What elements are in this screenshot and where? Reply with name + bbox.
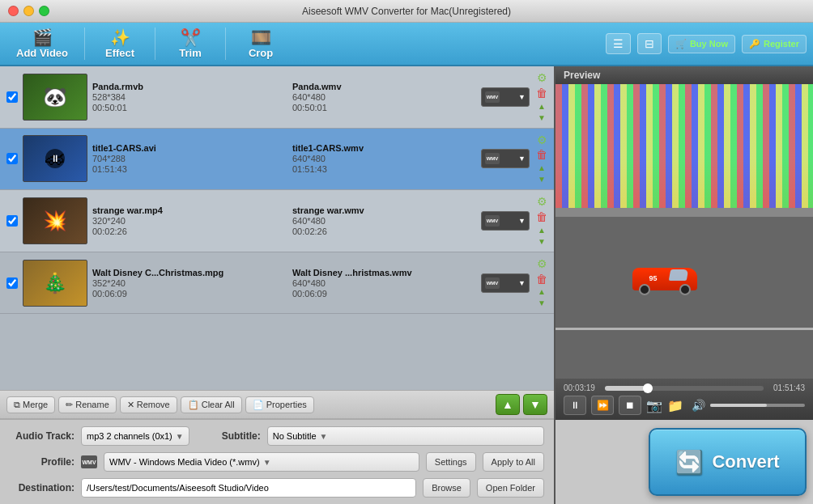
move-up-button[interactable]: ▲ <box>496 394 520 415</box>
back-wheel <box>639 284 650 295</box>
move-down-button[interactable]: ▼ <box>523 394 547 415</box>
output-res: 640*480 <box>292 154 476 163</box>
stands <box>555 84 813 208</box>
volume-slider[interactable] <box>710 404 805 407</box>
wmv-icon: WMV <box>485 215 500 227</box>
destination-input[interactable]: /Users/test/Documents/Aiseesoft Studio/V… <box>81 478 416 498</box>
format-dropdown[interactable]: WMV ▼ <box>481 211 530 231</box>
file-item[interactable]: 🐼 Panda.rmvb Panda.wmv 528*384 640*480 0… <box>0 66 554 129</box>
arrow-up-icon[interactable]: ▲ <box>538 102 546 112</box>
add-video-icon: 🎬 <box>32 29 53 45</box>
wmv-icon: WMV <box>485 153 500 164</box>
chevron-down-icon: ▼ <box>263 458 271 467</box>
rename-button[interactable]: ✏ Rename <box>58 396 117 413</box>
minimize-button[interactable] <box>23 6 34 16</box>
buy-now-button[interactable]: 🛒 Buy Now <box>668 35 735 53</box>
dropdown-arrow-icon: ▼ <box>518 279 526 287</box>
file-checkbox[interactable] <box>6 153 18 164</box>
settings-icon[interactable]: ⚙ <box>537 133 547 147</box>
effect-icon: ✨ <box>110 29 130 45</box>
maximize-button[interactable] <box>39 6 49 16</box>
settings-icon[interactable]: ⚙ <box>537 195 547 209</box>
wmv-icon: WMV <box>485 277 500 289</box>
crop-button[interactable]: 🎞️ Crop <box>232 26 289 62</box>
arrow-up-icon[interactable]: ▲ <box>538 287 546 297</box>
arrow-up-icon[interactable]: ▲ <box>538 226 546 235</box>
thumb-emoji: 💥 <box>23 198 87 244</box>
effect-button[interactable]: ✨ Effect <box>92 26 148 62</box>
file-info: strange war.mp4 strange war.wmv 320*240 … <box>92 205 476 236</box>
open-folder-button[interactable]: Open Folder <box>477 478 544 498</box>
grid-view-button[interactable]: ⊟ <box>637 33 662 54</box>
volume-icon: 🔊 <box>692 399 705 412</box>
settings-icon[interactable]: ⚙ <box>537 257 547 271</box>
settings-button[interactable]: Settings <box>426 452 476 472</box>
file-checkbox[interactable] <box>6 277 18 289</box>
video-frame: 95 <box>555 84 813 379</box>
file-checkbox[interactable] <box>6 91 18 103</box>
preview-timeline: 00:03:19 01:51:43 <box>564 383 805 392</box>
file-side-actions: ⚙ 🗑 ▲ ▼ <box>536 257 547 309</box>
right-panel: Preview 95 <box>554 66 813 504</box>
output-name: Walt Disney ...hristmas.wmv <box>292 268 476 277</box>
close-button[interactable] <box>8 6 19 16</box>
destination-row: Destination: /Users/test/Documents/Aisee… <box>10 478 544 498</box>
list-view-button[interactable]: ☰ <box>606 33 631 54</box>
profile-select[interactable]: WMV - Windows Media Video (*.wmv) ▼ <box>104 452 419 472</box>
format-dropdown[interactable]: WMV ▼ <box>481 87 530 107</box>
register-button[interactable]: 🔑 Register <box>742 35 807 53</box>
arrow-up-icon[interactable]: ▲ <box>538 163 546 173</box>
file-item[interactable]: 🏎 ⏸ title1-CARS.avi title1-CARS.wmv 704*… <box>0 129 554 191</box>
chevron-down-icon: ▼ <box>320 432 328 441</box>
delete-icon[interactable]: 🗑 <box>536 210 547 224</box>
apply-to-all-button[interactable]: Apply to All <box>483 452 544 472</box>
register-icon: 🔑 <box>749 39 760 49</box>
clear-icon: 📋 <box>188 400 199 410</box>
remove-button[interactable]: ✕ Remove <box>120 396 177 413</box>
subtitle-select[interactable]: No Subtitle ▼ <box>267 426 544 446</box>
audio-track-label: Audio Track: <box>10 430 74 442</box>
output-res: 640*480 <box>292 278 476 288</box>
delete-icon[interactable]: 🗑 <box>536 148 547 162</box>
folder-icon[interactable]: 📁 <box>667 398 683 413</box>
merge-button[interactable]: ⧉ Merge <box>6 396 55 413</box>
convert-button[interactable]: 🔄 Convert <box>649 428 807 496</box>
properties-button[interactable]: 📄 Properties <box>245 396 314 413</box>
settings-icon[interactable]: ⚙ <box>537 71 547 85</box>
file-item[interactable]: 🎄 Walt Disney C...Christmas.mpg Walt Dis… <box>0 252 554 315</box>
add-video-button[interactable]: 🎬 Add Video <box>6 26 78 62</box>
arrow-down-icon[interactable]: ▼ <box>538 299 546 308</box>
timeline-bar[interactable] <box>605 386 764 391</box>
toolbar-separator-3 <box>225 28 226 60</box>
arrow-down-icon[interactable]: ▼ <box>538 113 546 123</box>
audio-track-select[interactable]: mp3 2 channels (0x1) ▼ <box>81 426 189 446</box>
stop-button[interactable]: ⏹ <box>619 396 641 415</box>
subtitle-label: Subtitle: <box>196 430 261 442</box>
format-dropdown[interactable]: WMV ▼ <box>481 273 530 293</box>
delete-icon[interactable]: 🗑 <box>536 273 547 286</box>
clear-all-button[interactable]: 📋 Clear All <box>181 396 242 413</box>
delete-icon[interactable]: 🗑 <box>536 87 547 100</box>
file-item[interactable]: 💥 strange war.mp4 strange war.wmv 320*24… <box>0 190 554 252</box>
screenshot-icon[interactable]: 📷 <box>646 398 662 413</box>
browse-button[interactable]: Browse <box>423 478 470 498</box>
trim-icon: ✂️ <box>181 29 201 45</box>
pause-button[interactable]: ⏸ <box>564 396 586 415</box>
file-format-area: WMV ▼ <box>481 273 530 293</box>
fast-forward-button[interactable]: ⏩ <box>591 396 614 415</box>
dropdown-arrow-icon: ▼ <box>518 93 526 101</box>
source-dur: 01:51:43 <box>92 164 276 174</box>
title-bar: Aiseesoft WMV Converter for Mac(Unregist… <box>0 0 813 23</box>
arrow-down-icon[interactable]: ▼ <box>538 237 546 247</box>
timeline-thumb[interactable] <box>643 383 653 393</box>
file-info: Walt Disney C...Christmas.mpg Walt Disne… <box>92 268 476 299</box>
format-dropdown[interactable]: WMV ▼ <box>481 149 530 168</box>
trim-button[interactable]: ✂️ Trim <box>162 26 219 62</box>
arrow-down-icon[interactable]: ▼ <box>538 175 546 184</box>
profile-label: Profile: <box>10 456 74 468</box>
crowd-bg <box>555 84 813 208</box>
car-body: 95 <box>632 268 697 290</box>
file-checkbox[interactable] <box>6 215 18 227</box>
car-windshield <box>669 269 688 281</box>
convert-icon: 🔄 <box>675 449 704 476</box>
